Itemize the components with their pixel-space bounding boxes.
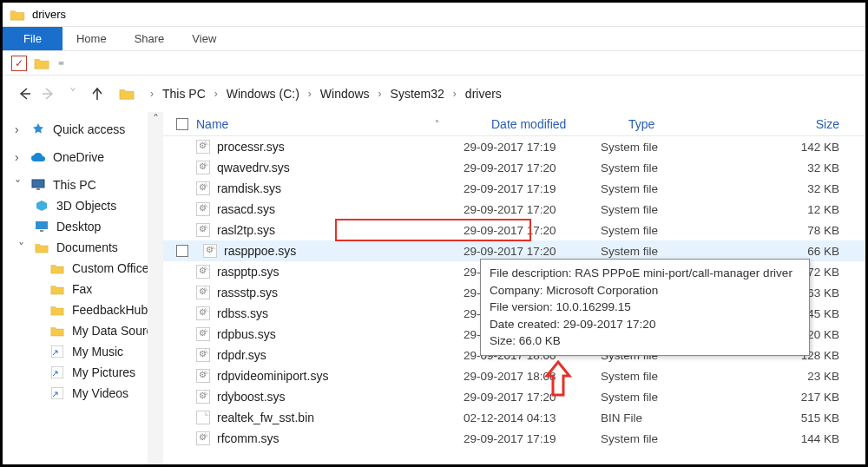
chevron-right-icon[interactable]: › bbox=[209, 88, 223, 100]
tab-share[interactable]: Share bbox=[121, 27, 179, 50]
folder-icon bbox=[49, 282, 65, 296]
chevron-right-icon[interactable]: › bbox=[145, 88, 159, 100]
back-button[interactable] bbox=[16, 86, 32, 102]
folder-icon bbox=[49, 303, 65, 317]
chevron-right-icon[interactable]: › bbox=[448, 88, 462, 100]
breadcrumb-segment[interactable]: System32 bbox=[391, 87, 444, 101]
tab-file[interactable]: File bbox=[3, 27, 62, 50]
file-date: 29-09-2017 17:19 bbox=[464, 141, 601, 154]
file-type: System file bbox=[601, 224, 729, 237]
table-row[interactable]: ramdisk.sys29-09-2017 17:19System file32… bbox=[163, 178, 865, 199]
star-icon bbox=[30, 122, 46, 136]
forward-button[interactable] bbox=[41, 86, 56, 102]
svg-rect-4 bbox=[36, 188, 40, 190]
table-row[interactable]: qwavedrv.sys29-09-2017 17:20System file3… bbox=[163, 157, 865, 178]
shortcut-icon bbox=[49, 386, 65, 400]
column-header-size[interactable]: Size bbox=[757, 117, 865, 131]
sidebar-item-my-data-sources[interactable]: My Data Sourc bbox=[15, 320, 163, 341]
file-size: 142 KB bbox=[729, 141, 865, 154]
qat-checkbox-icon[interactable] bbox=[11, 56, 27, 71]
sidebar-scrollbar[interactable]: ˄ bbox=[148, 112, 163, 464]
file-date: 29-09-2017 17:20 bbox=[464, 391, 601, 404]
sidebar-item-feedbackhub[interactable]: FeedbackHub bbox=[15, 299, 163, 320]
sidebar-item-onedrive[interactable]: › OneDrive bbox=[15, 147, 163, 168]
table-row[interactable]: rdpvideominiport.sys29-09-2017 18:08Syst… bbox=[163, 365, 865, 386]
recent-dropdown-icon[interactable]: ˅ bbox=[65, 86, 81, 102]
sidebar-item-label: Custom Office bbox=[72, 261, 148, 275]
file-icon bbox=[196, 286, 210, 299]
breadcrumb-segment[interactable]: Windows bbox=[320, 87, 370, 101]
sidebar-item-desktop[interactable]: Desktop bbox=[15, 216, 163, 237]
file-name: qwavedrv.sys bbox=[217, 161, 290, 174]
table-row[interactable]: processr.sys29-09-2017 17:19System file1… bbox=[163, 136, 865, 157]
chevron-right-icon[interactable]: › bbox=[303, 88, 317, 100]
column-header-label: Name bbox=[196, 117, 228, 131]
breadcrumb-segment[interactable]: drivers bbox=[465, 87, 502, 101]
file-name: ramdisk.sys bbox=[217, 181, 281, 195]
scroll-up-icon[interactable]: ˄ bbox=[148, 112, 162, 126]
file-list-pane: Name˄ Date modified Type Size processr.s… bbox=[163, 112, 865, 464]
breadcrumb[interactable]: › This PC › Windows (C:) › Windows › Sys… bbox=[145, 87, 502, 101]
qat-dropdown-icon[interactable]: ＝ bbox=[56, 56, 66, 69]
tab-view[interactable]: View bbox=[178, 27, 230, 50]
sidebar-item-custom-office[interactable]: Custom Office bbox=[15, 258, 163, 279]
chevron-right-icon[interactable]: › bbox=[373, 88, 387, 100]
chevron-right-icon[interactable]: › bbox=[15, 122, 23, 136]
table-row[interactable]: realtek_fw_sst.bin02-12-2014 04:13BIN Fi… bbox=[163, 407, 865, 428]
file-size: 32 KB bbox=[729, 182, 865, 195]
sidebar-item-my-videos[interactable]: My Videos bbox=[15, 383, 163, 404]
file-date: 29-09-2017 18:08 bbox=[464, 370, 601, 383]
file-icon bbox=[196, 306, 210, 320]
file-name: rasacd.sys bbox=[217, 202, 275, 216]
table-row[interactable]: rfcomm.sys29-09-2017 17:19System file144… bbox=[163, 428, 865, 449]
file-date: 29-09-2017 17:20 bbox=[464, 161, 601, 174]
sidebar-item-label: My Pictures bbox=[72, 365, 135, 379]
sidebar-item-label: Documents bbox=[56, 240, 118, 254]
sidebar-item-documents[interactable]: ˅Documents bbox=[15, 237, 163, 258]
breadcrumb-segment[interactable]: This PC bbox=[162, 87, 206, 101]
svg-rect-3 bbox=[32, 180, 44, 187]
table-row[interactable]: rasacd.sys29-09-2017 17:20System file12 … bbox=[163, 199, 865, 220]
file-size: 12 KB bbox=[729, 203, 865, 216]
sidebar-item-my-pictures[interactable]: My Pictures bbox=[15, 362, 163, 383]
svg-rect-6 bbox=[40, 230, 43, 232]
file-type: System file bbox=[601, 391, 729, 404]
sidebar-item-label: Fax bbox=[72, 282, 92, 296]
file-size: 23 KB bbox=[729, 370, 865, 383]
breadcrumb-segment[interactable]: Windows (C:) bbox=[227, 87, 299, 101]
sidebar-item-quick-access[interactable]: › Quick access bbox=[15, 119, 163, 140]
file-type: System file bbox=[601, 141, 729, 154]
folder-icon[interactable] bbox=[34, 56, 49, 70]
chevron-right-icon[interactable]: › bbox=[15, 150, 23, 164]
column-header-type[interactable]: Type bbox=[628, 117, 757, 131]
file-name: rdpbus.sys bbox=[217, 327, 276, 341]
chevron-down-icon[interactable]: ˅ bbox=[15, 178, 23, 192]
up-button[interactable] bbox=[89, 86, 105, 102]
select-all-checkbox[interactable] bbox=[168, 118, 196, 130]
file-size: 217 KB bbox=[729, 391, 865, 404]
sidebar-item-3d-objects[interactable]: 3D Objects bbox=[15, 195, 163, 216]
column-header-date[interactable]: Date modified bbox=[491, 117, 628, 131]
row-checkbox[interactable] bbox=[176, 245, 188, 257]
column-header-name[interactable]: Name˄ bbox=[196, 117, 491, 131]
shortcut-icon bbox=[49, 365, 65, 379]
table-row[interactable]: rdyboost.sys29-09-2017 17:20System file2… bbox=[163, 386, 865, 407]
sidebar-item-label: 3D Objects bbox=[56, 199, 116, 213]
annotation-arrow-icon bbox=[543, 360, 573, 397]
tooltip-line: Size: 66.0 KB bbox=[490, 332, 800, 350]
tooltip-line: File version: 10.0.16299.15 bbox=[490, 299, 800, 316]
tab-home[interactable]: Home bbox=[62, 27, 121, 50]
sidebar-item-my-music[interactable]: My Music bbox=[15, 341, 163, 362]
file-icon bbox=[196, 223, 210, 237]
sidebar-item-label: My Data Sourc bbox=[72, 324, 153, 338]
file-date: 29-09-2017 17:19 bbox=[464, 182, 601, 195]
file-name: rdyboost.sys bbox=[217, 390, 286, 404]
table-row[interactable]: rasl2tp.sys29-09-2017 17:20System file78… bbox=[163, 220, 865, 240]
chevron-down-icon[interactable]: ˅ bbox=[18, 240, 27, 254]
file-type: System file bbox=[601, 245, 729, 258]
sidebar-item-this-pc[interactable]: ˅ This PC bbox=[15, 174, 163, 195]
file-icon bbox=[196, 265, 210, 279]
sidebar-item-fax[interactable]: Fax bbox=[15, 279, 163, 299]
sidebar-item-label: Quick access bbox=[53, 122, 125, 136]
sidebar-item-label: Desktop bbox=[56, 220, 101, 234]
